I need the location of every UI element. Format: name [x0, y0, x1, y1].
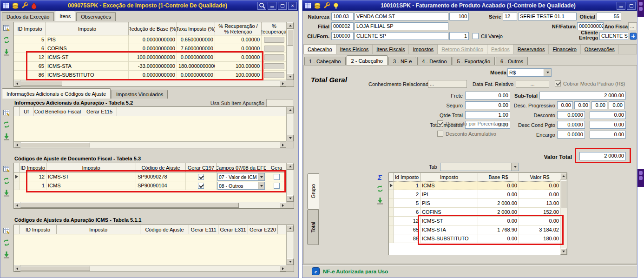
gera-checkbox[interactable]: [274, 183, 280, 189]
grid-cell[interactable]: 100.0000000000: [129, 53, 177, 61]
horizontal-scrollbar[interactable]: [14, 141, 286, 148]
campos-efd-combo[interactable]: 07 - Valor de ICM: [217, 173, 265, 181]
refresh-icon[interactable]: [2, 120, 10, 128]
grid-row[interactable]: 86ICMS-SUBSTITUTO0.00000000000.000000000…: [14, 71, 287, 79]
grid-cell[interactable]: 0.00: [478, 234, 519, 243]
scroll-thumb[interactable]: [561, 180, 566, 208]
grid-cell[interactable]: ICMS: [421, 181, 478, 190]
horizontal-scrollbar[interactable]: [14, 265, 286, 271]
minimize-button[interactable]: [268, 2, 276, 10]
cli-desc-field[interactable]: CLIENTE SP: [355, 32, 448, 40]
grid-cell[interactable]: 12: [20, 172, 46, 181]
cli-num-field[interactable]: 1: [449, 32, 469, 40]
refresh-icon[interactable]: [2, 177, 10, 185]
tab-financeiro[interactable]: Financeiro: [549, 45, 580, 54]
grid-row[interactable]: 6COFINS2 000.00152.00: [389, 208, 561, 217]
grid-cell[interactable]: 0.00: [478, 181, 519, 190]
natureza-code-field[interactable]: 100.03: [331, 13, 354, 20]
maximize-button[interactable]: [627, 2, 636, 10]
grid-cell[interactable]: ICMS-ST: [46, 53, 129, 61]
grid-cell[interactable]: 6: [394, 208, 421, 216]
grid-cell[interactable]: 1: [394, 181, 421, 190]
scroll-up-button[interactable]: [287, 163, 294, 170]
import-down-icon[interactable]: [2, 189, 10, 197]
natureza-desc-field[interactable]: VENDA COM ST: [355, 13, 448, 20]
grid-cell[interactable]: 2: [394, 190, 421, 199]
grid-row[interactable]: 12ICMS-ST100.00000000000.00000000000.000…: [14, 53, 287, 62]
gerar-c197-checkbox[interactable]: [198, 174, 204, 180]
scroll-down-button[interactable]: [287, 195, 294, 202]
grid-cell[interactable]: ICMS-SUBSTITUTO: [46, 71, 129, 79]
grid-cell[interactable]: ICMS-SUBSTITUTO: [421, 234, 478, 243]
minimize-button[interactable]: [617, 2, 625, 10]
vertical-scrollbar[interactable]: [560, 173, 567, 255]
serie-desc-field[interactable]: SERIE TESTE 01.1: [518, 13, 577, 20]
tab-dados-da-excecao[interactable]: Dados da Exceção: [2, 12, 54, 21]
grid-cell[interactable]: COFINS: [46, 44, 129, 53]
side-tab-total[interactable]: Total: [307, 209, 319, 245]
grid-cell[interactable]: 0.00000: [215, 53, 262, 61]
scroll-thumb[interactable]: [20, 203, 239, 208]
edit-grid-icon[interactable]: [2, 165, 10, 172]
grid-row[interactable]: 65ICMS-STA1 768.903 184.02: [389, 225, 561, 234]
refresh-icon[interactable]: [2, 36, 10, 44]
encargo-valor-field[interactable]: 0.00: [590, 131, 626, 139]
oficial-field[interactable]: 55: [597, 13, 621, 20]
grid-cell[interactable]: ICMS-STA: [46, 62, 129, 70]
tab-4-destino[interactable]: 4 - Destino: [417, 57, 451, 66]
grid-cell[interactable]: 0.00: [519, 190, 561, 199]
grid-cell[interactable]: 6: [14, 44, 46, 53]
grid-cell[interactable]: 1 768.90: [478, 225, 519, 234]
scroll-up-button[interactable]: [560, 173, 567, 179]
chevron-down-icon[interactable]: [544, 69, 551, 76]
grid-cell[interactable]: ICMS-ST: [421, 217, 478, 225]
scroll-left-button[interactable]: [14, 80, 20, 86]
import-down-icon[interactable]: [376, 197, 384, 205]
desc-prog-field-3[interactable]: 0.00: [591, 101, 607, 109]
grid-cell[interactable]: 0.00: [519, 217, 561, 225]
scroll-right-button[interactable]: [280, 265, 286, 271]
scroll-left-button[interactable]: [14, 142, 20, 148]
gera-checkbox[interactable]: [274, 174, 280, 180]
grid-cell[interactable]: 13.00: [519, 199, 561, 207]
tab-reservados[interactable]: Reservados: [514, 45, 549, 54]
grid-cell[interactable]: 3 184.02: [519, 225, 561, 234]
grid-cell[interactable]: 152.00: [519, 208, 561, 216]
side-tab-grupo[interactable]: Grupo: [307, 173, 319, 209]
grid-cell[interactable]: 0.0000000000: [129, 35, 177, 44]
grid-cell[interactable]: 86: [14, 71, 46, 79]
docked-toolbar-mid[interactable]: [637, 169, 644, 187]
tab-impostos[interactable]: Impostos: [409, 45, 438, 54]
chevron-down-icon[interactable]: [258, 182, 264, 189]
grid-cell[interactable]: PIS: [421, 199, 478, 207]
serie-code-field[interactable]: 12: [503, 13, 517, 20]
grid-cell[interactable]: 0.00: [519, 181, 561, 190]
grid-cell[interactable]: 65: [394, 225, 421, 234]
scroll-down-button[interactable]: [560, 248, 567, 255]
scroll-left-button[interactable]: [14, 202, 20, 208]
desconto-pct-field[interactable]: 0.0000: [557, 111, 585, 119]
grid-row[interactable]: 65ICMS-STA-33.0000000000180.000000000010…: [14, 62, 287, 71]
tab-cabecalho[interactable]: Cabeçalho: [304, 45, 336, 54]
sum-icon[interactable]: Σ: [376, 173, 384, 181]
scroll-right-button[interactable]: [280, 80, 286, 86]
grid-cell[interactable]: 2 000.00: [478, 208, 519, 216]
grid-row[interactable]: 1ICMS0.000.00: [389, 181, 561, 190]
grid-row[interactable]: 12ICMS-ST0.000.00: [389, 217, 561, 225]
grid-cell[interactable]: SP90090278: [136, 172, 186, 181]
desc-prog-field-4[interactable]: 0.00: [609, 101, 624, 109]
desc-prog-field-1[interactable]: 0.00: [557, 101, 573, 109]
grid-cell[interactable]: IPI: [421, 190, 478, 199]
tab-6-outros[interactable]: 6 - Outros: [496, 57, 528, 66]
import-down-icon[interactable]: [2, 132, 10, 140]
tab-1-cabecalho[interactable]: 1 - Cabeçalho: [304, 57, 346, 66]
scroll-right-button[interactable]: [280, 142, 286, 148]
grid-cell[interactable]: 0.00000: [215, 44, 262, 53]
grid-row[interactable]: 2IPI0.000.00: [389, 190, 561, 199]
grid-row[interactable]: 5PIS2 000.0013.00: [389, 199, 561, 208]
docked-toolbar-top[interactable]: [637, 0, 644, 17]
grid-cell[interactable]: 7.6000000000: [177, 44, 215, 53]
desconto-valor-field[interactable]: 0.00: [590, 111, 626, 119]
grid-cell[interactable]: ICMS-ST: [46, 172, 136, 181]
grid-cell[interactable]: COFINS: [421, 208, 478, 216]
